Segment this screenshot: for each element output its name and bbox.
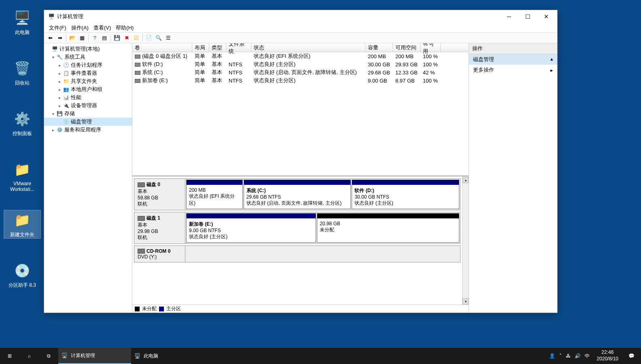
legend-unallocated-icon <box>135 307 140 311</box>
props-button[interactable]: ☰ <box>164 34 173 42</box>
tray-chevron-icon[interactable]: ˄ <box>559 353 562 359</box>
taskbar-app-computer-management[interactable]: 🖥️计算机管理 <box>58 348 131 364</box>
maximize-button[interactable]: ☐ <box>518 11 537 23</box>
col-type[interactable]: 类型 <box>209 43 226 52</box>
disk-graphical-view: 磁盘 0基本59.88 GB联机200 MB状态良好 (EFI 系统分区)系统 … <box>132 177 469 305</box>
disk-row: 磁盘 1基本29.98 GB联机新加卷 (E:)9.00 GB NTFS状态良好… <box>134 212 461 244</box>
volume-row[interactable]: 系统 (C:)简单基本NTFS状态良好 (启动, 页面文件, 故障转储, 主分区… <box>132 68 469 76</box>
desktop-icon[interactable]: 💿分区助手 8.3 <box>4 261 40 289</box>
tree-system-tools[interactable]: ▾🔧系统工具 <box>44 53 132 61</box>
notifications-button[interactable]: 💬 <box>622 348 641 364</box>
network-icon[interactable]: 🖧 <box>566 353 571 359</box>
start-button[interactable]: ⊞ <box>0 348 19 364</box>
desktop-icon[interactable]: 📁新建文件夹 <box>4 210 40 238</box>
partition[interactable]: 软件 (D:)30.00 GB NTFS状态良好 (主分区) <box>352 180 459 209</box>
legend: 未分配 主分区 <box>132 305 469 313</box>
actions-section[interactable]: 磁盘管理▴ <box>469 54 557 65</box>
app-icon: 🖥️ <box>62 353 68 358</box>
tree-item[interactable]: ▸👥本地用户和组 <box>44 85 132 93</box>
icon-label: 分区助手 8.3 <box>4 282 40 289</box>
menubar: 文件(F) 操作(A) 查看(V) 帮助(H) <box>44 23 557 33</box>
desktop-icon[interactable]: 🖥️此电脑 <box>4 8 40 36</box>
volume-row[interactable]: (磁盘 0 磁盘分区 1)简单基本状态良好 (EFI 系统分区)200 MB20… <box>132 52 469 60</box>
folder-button[interactable]: 📂 <box>68 34 77 42</box>
titlebar[interactable]: 🖥️ 计算机管理 ─ ☐ ✕ <box>44 10 557 23</box>
minimize-button[interactable]: ─ <box>500 11 518 23</box>
menu-help[interactable]: 帮助(H) <box>113 23 136 32</box>
tree-item[interactable]: ▸📁共享文件夹 <box>44 77 132 85</box>
tree-item[interactable]: ▸📊性能 <box>44 93 132 102</box>
task-view-button[interactable]: ⧉ <box>39 348 58 364</box>
tree-item[interactable]: ▸🕐任务计划程序 <box>44 61 132 69</box>
forward-button[interactable]: ➡ <box>55 34 64 42</box>
col-cap[interactable]: 容量 <box>365 43 393 52</box>
col-status[interactable]: 状态 <box>251 43 365 52</box>
help-button[interactable]: ? <box>90 34 99 42</box>
delete-button[interactable]: ✖ <box>122 34 131 42</box>
icon-label: 控制面板 <box>4 130 40 137</box>
icon: 💿 <box>13 261 32 280</box>
partition[interactable]: 新加卷 (E:)9.00 GB NTFS状态良好 (主分区) <box>186 213 316 243</box>
actions-more[interactable]: 更多操作▸ <box>469 65 557 75</box>
computer-management-window: 🖥️ 计算机管理 ─ ☐ ✕ 文件(F) 操作(A) 查看(V) 帮助(H) ⬅… <box>44 10 558 313</box>
partition[interactable]: 系统 (C:)29.68 GB NTFS状态良好 (启动, 页面文件, 故障转储… <box>244 180 351 209</box>
volume-icon[interactable]: 🔊 <box>575 353 581 359</box>
check-button[interactable]: ☑ <box>132 34 141 42</box>
desktop-icon[interactable]: ⚙️控制面板 <box>4 109 40 137</box>
disk-info[interactable]: 磁盘 0基本59.88 GB联机 <box>134 179 185 210</box>
system-tray[interactable]: 👤 ˄ 🖧 🔊 中 <box>545 353 594 360</box>
col-fs[interactable]: 文件系统 <box>226 43 251 52</box>
taskbar-clock[interactable]: 22:46 2020/8/10 <box>594 349 622 362</box>
people-icon[interactable]: 👤 <box>549 353 555 359</box>
tree-pane: 🖥️计算机管理(本地) ▾🔧系统工具 ▸🕐任务计划程序▸📋事件查看器▸📁共享文件… <box>44 43 132 313</box>
tree-item[interactable]: ▸🔌设备管理器 <box>44 102 132 110</box>
icon-label: 回收站 <box>4 80 40 87</box>
desktop-icon[interactable]: 🗑️回收站 <box>4 59 40 87</box>
scroll-down[interactable]: ▾ <box>463 298 469 305</box>
desktop-icon[interactable]: 📁VMware Workstati... <box>4 160 40 192</box>
search-button[interactable]: 🔍 <box>154 34 163 42</box>
app-icon: 🖥️ <box>134 353 140 359</box>
icon: 📁 <box>13 210 32 230</box>
volume-row[interactable]: 软件 (D:)简单基本NTFS状态良好 (主分区)30.00 GB29.93 G… <box>132 60 469 68</box>
tree-item[interactable]: ▸📋事件查看器 <box>44 69 132 77</box>
col-pct[interactable]: % 可用 <box>420 43 441 52</box>
volume-list: 卷 布局 类型 文件系统 状态 容量 可用空间 % 可用 (磁盘 0 磁盘分区 … <box>132 43 469 177</box>
close-button[interactable]: ✕ <box>537 11 556 23</box>
grid-button[interactable]: ▦ <box>78 34 87 42</box>
col-volume[interactable]: 卷 <box>132 43 192 52</box>
content-area: 🖥️计算机管理(本地) ▾🔧系统工具 ▸🕐任务计划程序▸📋事件查看器▸📁共享文件… <box>44 43 557 313</box>
list-button[interactable]: ▤ <box>100 34 109 42</box>
menu-file[interactable]: 文件(F) <box>47 23 69 32</box>
tree-storage[interactable]: ▾💾存储 <box>44 110 132 118</box>
menu-view[interactable]: 查看(V) <box>91 23 113 32</box>
legend-primary-icon <box>159 307 164 311</box>
icon: ⚙️ <box>13 109 32 129</box>
col-free[interactable]: 可用空间 <box>393 43 420 52</box>
icon: 🗑️ <box>13 59 32 78</box>
ime-icon[interactable]: 中 <box>585 353 590 360</box>
volume-row[interactable]: 新加卷 (E:)简单基本NTFS状态良好 (主分区)9.00 GB8.97 GB… <box>132 76 469 85</box>
scroll-up[interactable]: ▴ <box>463 177 469 183</box>
disk-info[interactable]: 磁盘 1基本29.98 GB联机 <box>134 212 185 243</box>
icon-label: 此电脑 <box>4 29 40 36</box>
taskbar-app-this-pc[interactable]: 🖥️此电脑 <box>131 348 204 364</box>
main-pane: 卷 布局 类型 文件系统 状态 容量 可用空间 % 可用 (磁盘 0 磁盘分区 … <box>132 43 469 313</box>
drive-button[interactable]: 💾 <box>112 34 121 42</box>
icon-label: 新建文件夹 <box>4 231 40 238</box>
partition[interactable]: 20.98 GB未分配 <box>317 213 459 243</box>
toolbar: ⬅ ➡ 📂 ▦ ? ▤ 💾 ✖ ☑ 📄 🔍 ☰ <box>44 33 557 43</box>
back-button[interactable]: ⬅ <box>46 34 55 42</box>
tree-services[interactable]: ▸⚙️服务和应用程序 <box>44 126 132 134</box>
new-button[interactable]: 📄 <box>144 34 153 42</box>
tree-root[interactable]: 🖥️计算机管理(本地) <box>44 45 132 53</box>
scrollbar[interactable]: ▴ ▾ <box>462 177 469 305</box>
tree-disk-management[interactable]: 💿磁盘管理 <box>44 118 132 126</box>
volume-header: 卷 布局 类型 文件系统 状态 容量 可用空间 % 可用 <box>132 43 469 52</box>
partition[interactable]: 200 MB状态良好 (EFI 系统分区) <box>186 180 243 209</box>
menu-action[interactable]: 操作(A) <box>69 23 91 32</box>
col-layout[interactable]: 布局 <box>192 43 209 52</box>
window-title: 计算机管理 <box>57 13 500 20</box>
search-button-taskbar[interactable]: ⌕ <box>19 348 39 364</box>
disk-info[interactable]: CD-ROM 0DVD (Y:) <box>134 246 185 262</box>
